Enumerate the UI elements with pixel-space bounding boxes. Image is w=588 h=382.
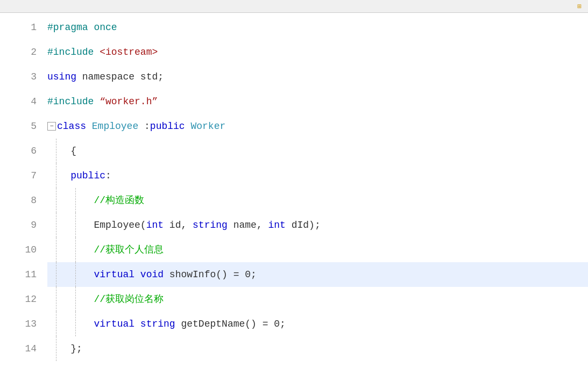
indent-guide-icon	[56, 336, 56, 361]
code-lines: #pragma once#include <iostream>using nam…	[43, 13, 588, 382]
code-token	[47, 237, 94, 262]
code-token: :	[105, 163, 111, 188]
indent-guide-icon	[75, 287, 76, 312]
indent-guide-icon	[75, 213, 76, 237]
indent-guide-icon	[56, 163, 56, 188]
code-line: Employee(int id, string name, int dId);	[47, 213, 588, 237]
indent-guide-icon	[56, 262, 56, 287]
file-icon: ⊞	[577, 2, 582, 11]
code-token: <iostream>	[100, 40, 158, 64]
code-token: “worker.h”	[100, 89, 158, 114]
code-line: #include “worker.h”	[47, 89, 588, 114]
editor-area: 1234567891011121314 #pragma once#include…	[0, 13, 588, 382]
code-token: Employee	[92, 114, 144, 139]
code-token: Worker	[190, 114, 225, 139]
line-number: 2	[31, 40, 37, 64]
code-container: 1234567891011121314 #pragma once#include…	[0, 13, 588, 382]
indent-guide-icon	[75, 237, 76, 262]
code-token: using	[47, 64, 76, 89]
code-line: using namespace std;	[47, 64, 588, 89]
line-number: 7	[31, 163, 37, 188]
line-numbers: 1234567891011121314	[0, 13, 43, 382]
indent-guide-icon	[56, 312, 56, 336]
code-token: Employee(	[47, 213, 146, 237]
code-token: #pragma	[47, 15, 94, 40]
code-token	[47, 262, 94, 287]
title-bar: ⊞	[0, 0, 588, 13]
indent-guide-icon	[56, 213, 56, 237]
code-token: public	[150, 114, 191, 139]
code-line: −class Employee :public Worker	[47, 114, 588, 139]
line-number: 3	[31, 64, 37, 89]
code-token: std	[140, 64, 158, 89]
code-line: //构造函数	[47, 188, 588, 213]
line-number: 10	[25, 237, 37, 262]
line-number: 1	[31, 15, 37, 40]
line-number: 13	[25, 312, 37, 336]
code-token: namespace	[76, 64, 140, 89]
code-line: virtual void showInfo() = 0;	[47, 262, 588, 287]
code-token: string	[193, 213, 228, 237]
code-token: virtual	[94, 312, 140, 336]
code-token: showInfo() = 0;	[169, 262, 257, 287]
code-token: //获取个人信息	[94, 237, 164, 262]
code-token: getDeptName() = 0;	[181, 312, 285, 336]
indent-guide-icon	[75, 312, 76, 336]
code-line: public:	[47, 163, 588, 188]
code-token: ;	[158, 64, 164, 89]
line-number: 9	[31, 213, 37, 237]
code-token: dId);	[286, 213, 321, 237]
code-token: {	[47, 139, 76, 163]
code-token: id,	[164, 213, 193, 237]
code-token	[47, 312, 94, 336]
code-token: int	[268, 213, 286, 237]
line-number: 4	[31, 89, 37, 114]
code-token: name,	[228, 213, 268, 237]
code-token: #include	[47, 89, 100, 114]
code-token: virtual	[94, 262, 140, 287]
line-number: 5	[31, 114, 37, 139]
code-token: class	[57, 114, 92, 139]
title-right: ⊞	[571, 2, 584, 11]
code-line: #pragma once	[47, 15, 588, 40]
code-token: :	[144, 114, 150, 139]
line-number: 14	[25, 336, 37, 361]
code-token	[47, 163, 70, 188]
code-token	[47, 188, 94, 213]
code-token	[47, 287, 94, 312]
line-number: 8	[31, 188, 37, 213]
line-number: 12	[25, 287, 37, 312]
line-number: 6	[31, 139, 37, 163]
indent-guide-icon	[75, 188, 76, 213]
code-token: };	[47, 336, 82, 361]
indent-guide-icon	[56, 237, 56, 262]
code-token: int	[146, 213, 164, 237]
code-token: once	[94, 15, 117, 40]
code-token: //获取岗位名称	[94, 287, 164, 312]
code-token: string	[140, 312, 181, 336]
indent-guide-icon	[56, 287, 56, 312]
indent-guide-icon	[75, 262, 76, 287]
code-line: virtual string getDeptName() = 0;	[47, 312, 588, 336]
code-line: //获取个人信息	[47, 237, 588, 262]
code-token: public	[70, 163, 105, 188]
line-number: 11	[25, 262, 37, 287]
indent-guide-icon	[56, 139, 56, 163]
code-line: //获取岗位名称	[47, 287, 588, 312]
code-token: #include	[47, 40, 100, 64]
code-line: };	[47, 336, 588, 361]
code-line: #include <iostream>	[47, 40, 588, 64]
collapse-marker-icon[interactable]: −	[47, 122, 56, 131]
code-token: //构造函数	[94, 188, 144, 213]
code-line: {	[47, 139, 588, 163]
code-token: void	[140, 262, 169, 287]
indent-guide-icon	[56, 188, 56, 213]
